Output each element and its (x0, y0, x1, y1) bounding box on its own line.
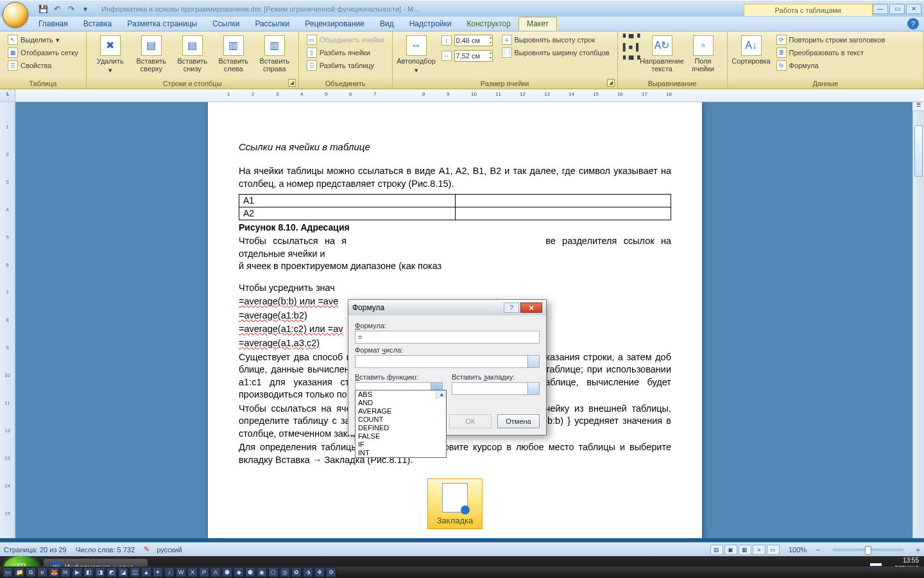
dialog-help-button[interactable]: ? (504, 302, 519, 313)
distribute-cols-button[interactable]: ⋮⋮Выровнять ширину столбцов (499, 47, 612, 58)
delete-button[interactable]: ✖Удалить▾ (92, 34, 129, 75)
ql-app16-icon[interactable]: ⬗ (303, 567, 313, 577)
split-cells-button[interactable]: ▯Разбить ячейки (304, 47, 387, 58)
ruler-toggle[interactable]: ☰ (912, 102, 924, 111)
tab-insert[interactable]: Вставка (76, 17, 120, 31)
redo-icon[interactable]: ↷ (65, 3, 77, 15)
select-button[interactable]: ↖Выделить ▾ (5, 34, 81, 46)
undo-icon[interactable]: ↶ (51, 3, 63, 15)
func-item[interactable]: FALSE (355, 432, 446, 441)
ql-media-icon[interactable]: ▶ (72, 567, 82, 577)
qat-customize-icon[interactable]: ▾ (80, 3, 91, 15)
split-table-button[interactable]: ☷Разбить таблицу (304, 60, 387, 71)
tab-addins[interactable]: Надстройки (402, 17, 459, 31)
ql-app6-icon[interactable]: ▲ (141, 567, 151, 577)
align-br-icon[interactable]: ▗ (635, 51, 640, 60)
insert-left-button[interactable]: ▥Вставить слева (215, 34, 252, 74)
ql-app11-icon[interactable]: ⬢ (245, 567, 255, 577)
ql-excel-icon[interactable]: X (187, 567, 198, 577)
bookmark-combo[interactable] (452, 382, 540, 395)
view-outline-icon[interactable]: ≡ (753, 545, 766, 555)
ql-app14-icon[interactable]: ◎ (280, 567, 290, 577)
ql-app2-icon[interactable]: ◨ (95, 567, 105, 577)
view-fullscreen-icon[interactable]: ▣ (724, 545, 737, 555)
ql-explorer-icon[interactable]: 📁 (14, 567, 24, 577)
office-button[interactable] (3, 2, 28, 28)
zoom-in-icon[interactable]: + (916, 546, 920, 554)
view-print-icon[interactable]: ▤ (710, 545, 723, 555)
vertical-scrollbar[interactable]: ☰ ▲ (912, 102, 924, 538)
format-combo[interactable] (355, 355, 540, 368)
view-web-icon[interactable]: ▦ (739, 545, 751, 555)
formula-button[interactable]: fxФормула (774, 60, 888, 71)
func-item[interactable]: AVERAGE (355, 407, 446, 416)
ql-ie-icon[interactable]: e (37, 567, 47, 577)
dialog-titlebar[interactable]: Формула ? ✕ (348, 300, 546, 315)
align-mr-icon[interactable]: ▐ (633, 43, 638, 51)
func-item[interactable]: ABS (355, 390, 446, 399)
funclist-scrollbar[interactable]: ▲ (436, 390, 446, 399)
func-item[interactable]: COUNT (355, 416, 446, 424)
ql-app1-icon[interactable]: ◧ (83, 567, 94, 577)
hruler-track[interactable]: 123456789101112131415161718 (15, 89, 924, 101)
ql-app12-icon[interactable]: ◉ (257, 567, 267, 577)
function-dropdown-list[interactable]: ABS AND AVERAGE COUNT DEFINED FALSE IF I… (355, 390, 447, 458)
maximize-button[interactable]: ▭ (889, 4, 905, 14)
align-bl-icon[interactable]: ▖ (623, 51, 628, 60)
ql-app17-icon[interactable]: ❖ (314, 567, 325, 577)
status-words[interactable]: Число слов: 5 732 (76, 546, 135, 554)
ql-firefox-icon[interactable]: 🦊 (49, 567, 59, 577)
status-page[interactable]: Страница: 20 из 29 (4, 546, 67, 554)
ql-app7-icon[interactable]: ✦ (153, 567, 163, 577)
ql-switch-icon[interactable]: ⧉ (26, 567, 36, 577)
align-ml-icon[interactable]: ▌ (623, 43, 628, 51)
ql-mail-icon[interactable]: ✉ (60, 567, 71, 577)
col-width-field[interactable]: ↔7,52 см (439, 49, 495, 62)
tab-layout[interactable]: Макет (518, 17, 557, 31)
tab-references[interactable]: Ссылки (205, 17, 247, 31)
text-direction-button[interactable]: A↻Направление текста (644, 34, 681, 74)
ql-app18-icon[interactable]: ⚙ (326, 567, 336, 577)
insert-below-button[interactable]: ▤Вставить снизу (174, 34, 211, 74)
func-item[interactable]: DEFINED (355, 424, 446, 432)
cell-margins-button[interactable]: ▫Поля ячейки (685, 34, 722, 74)
merge-cells-button[interactable]: ▭Объединить ячейки (304, 34, 387, 46)
cancel-button[interactable]: Отмена (497, 414, 540, 428)
sort-button[interactable]: A↓Сортировка (733, 34, 770, 66)
autofit-button[interactable]: ↔Автоподбор▾ (398, 34, 435, 75)
tab-design[interactable]: Конструктор (459, 17, 518, 31)
scroll-thumb[interactable] (914, 125, 923, 177)
formula-input[interactable] (355, 331, 540, 344)
tab-review[interactable]: Рецензирование (297, 17, 372, 31)
ql-app15-icon[interactable]: ✿ (291, 567, 302, 577)
insert-above-button[interactable]: ▤Вставить сверху (133, 34, 170, 74)
align-bc-icon[interactable]: ▄ (629, 51, 634, 60)
align-tl-icon[interactable]: ▘ (623, 34, 628, 42)
tab-mailings[interactable]: Рассылки (247, 17, 297, 31)
func-item[interactable]: INT (355, 449, 446, 457)
properties-button[interactable]: ☰Свойства (5, 60, 81, 71)
ql-app10-icon[interactable]: ◆ (234, 567, 244, 577)
view-draft-icon[interactable]: ▭ (767, 545, 780, 555)
save-icon[interactable]: 💾 (37, 3, 49, 15)
align-tr-icon[interactable]: ▝ (635, 34, 640, 42)
convert-text-button[interactable]: ≣Преобразовать в текст (774, 47, 888, 58)
func-item[interactable]: IF (355, 441, 446, 449)
func-item[interactable]: AND (355, 399, 446, 407)
rowscols-dialog-launcher[interactable]: ◢ (288, 79, 296, 87)
repeat-header-button[interactable]: ⟳Повторить строки заголовков (774, 34, 888, 46)
ql-ppt-icon[interactable]: P (199, 567, 209, 577)
vertical-ruler[interactable]: 123456789101112131415 (0, 102, 15, 538)
tab-home[interactable]: Главная (31, 17, 76, 31)
ql-app13-icon[interactable]: ⬡ (268, 567, 278, 577)
ql-word-icon[interactable]: W (176, 567, 186, 577)
minimize-button[interactable]: — (873, 4, 888, 14)
ql-app8-icon[interactable]: ♪ (164, 567, 175, 577)
ql-desktop-icon[interactable]: ▭ (3, 567, 13, 577)
zoom-slider[interactable] (833, 548, 903, 551)
zoom-value[interactable]: 100% (789, 546, 807, 554)
view-gridlines-button[interactable]: ▦Отобразить сетку (5, 47, 81, 58)
distribute-rows-button[interactable]: ≡Выровнять высоту строк (499, 34, 612, 46)
dialog-close-button[interactable]: ✕ (520, 302, 542, 313)
insert-right-button[interactable]: ▥Вставить справа (256, 34, 293, 74)
